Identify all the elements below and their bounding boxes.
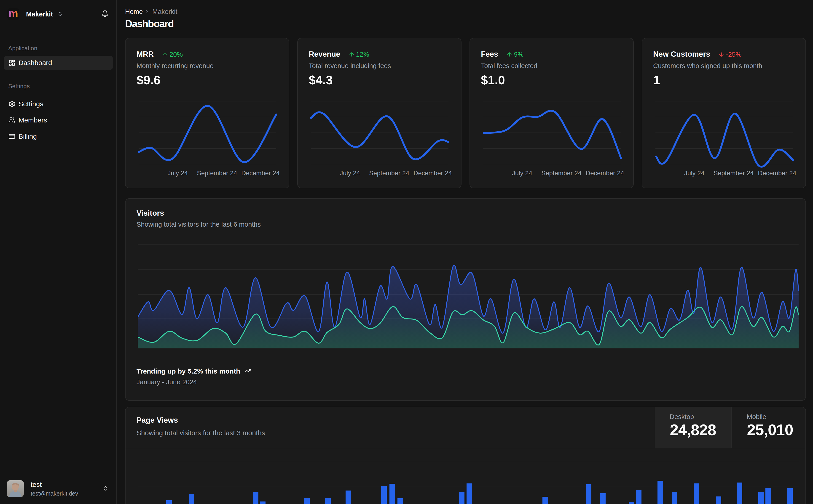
svg-text:September 24: September 24 — [369, 170, 409, 177]
svg-text:September 24: September 24 — [714, 170, 754, 177]
svg-text:July 24: July 24 — [512, 170, 532, 177]
svg-text:September 24: September 24 — [197, 170, 237, 177]
svg-text:September 24: September 24 — [541, 170, 581, 177]
svg-text:July 24: July 24 — [684, 170, 705, 177]
svg-text:July 24: July 24 — [167, 170, 188, 177]
svg-text:December 24: December 24 — [241, 170, 280, 177]
svg-text:July 24: July 24 — [340, 170, 360, 177]
svg-text:December 24: December 24 — [586, 170, 624, 177]
svg-text:December 24: December 24 — [758, 170, 796, 177]
svg-text:December 24: December 24 — [413, 170, 452, 177]
